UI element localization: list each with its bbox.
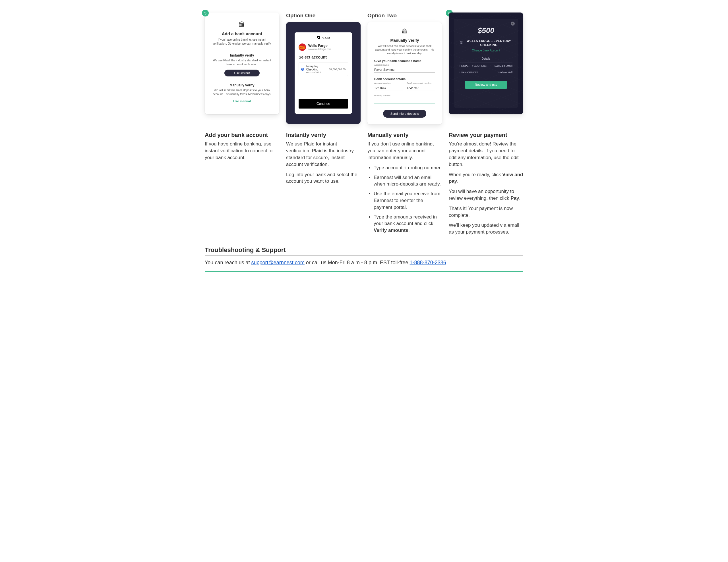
manual-verify-screenshot: 🏛 Manually verify We will send two small…: [367, 22, 442, 125]
manual-card-desc: We will send two small deposits to your …: [374, 44, 435, 55]
confirm-account-label: Confirm account number: [407, 82, 435, 84]
routing-number-label: Routing number: [374, 94, 435, 97]
wells-fargo-icon: WELLSFARGO: [299, 43, 306, 51]
troubleshooting-section: Troubleshooting & Support You can reach …: [205, 246, 523, 272]
review-bank-name: WELLS FARGO - EVERYDAY CHECKING: [465, 39, 512, 47]
select-account-heading: Select account: [299, 55, 348, 59]
desc-title: Add your bank account: [205, 132, 279, 138]
add-bank-title: Add a bank account: [212, 31, 272, 36]
account-option-row[interactable]: Everyday Checking ••••••••0010 $1,000,00…: [299, 62, 348, 76]
manual-card-title: Manually verify: [374, 38, 435, 43]
list-item: Type the amounts received in your bank a…: [374, 214, 442, 234]
desc-title: Instantly verify: [286, 132, 361, 138]
account-name-label: Give your bank account a name: [374, 59, 435, 63]
change-bank-link[interactable]: Change Bank Account: [472, 49, 500, 52]
support-email-link[interactable]: support@earnnest.com: [251, 260, 304, 266]
plaid-bank-name: Wells Fargo: [308, 44, 332, 48]
bank-icon: 🏛: [460, 41, 463, 45]
step-5-description: Add your bank account If you have online…: [205, 125, 279, 164]
use-instant-button[interactable]: Use instant: [224, 70, 259, 76]
option-two-column: Option Two 🏛 Manually verify We will sen…: [367, 13, 442, 125]
desc-body: We use Plaid for instant verification. P…: [286, 141, 361, 168]
desc-body: Log into your bank and select the accoun…: [286, 171, 361, 185]
detail-row-loan-officer: LOAN OFFICER Michael Hall: [460, 69, 512, 76]
support-phone-link[interactable]: 1-888-870-2336: [410, 260, 446, 266]
account-number-label: Account number: [374, 82, 403, 84]
use-manual-link[interactable]: Use manual: [233, 100, 251, 103]
divider: [205, 256, 523, 256]
edit-icon[interactable]: [511, 22, 515, 26]
account-name: Everyday Checking: [306, 65, 327, 71]
detail-row-address: PROPERTY ADDRESS 123 Main Street: [460, 63, 512, 69]
plaid-screenshot: PLAID WELLSFARGO Wells Fargo www.wellsfa…: [286, 22, 361, 124]
bank-details-label: Bank account details: [374, 77, 435, 81]
manual-verify-title: Manually verify: [212, 83, 272, 87]
option-two-description: Manually verify If you don't use online …: [367, 125, 442, 237]
option-one-description: Instantly verify We use Plaid for instan…: [286, 125, 361, 188]
details-heading: Details: [482, 57, 491, 60]
plaid-bank-url: www.wellsfargo.com: [308, 48, 332, 51]
option-two-label: Option Two: [367, 13, 442, 19]
detail-label: PROPERTY ADDRESS: [460, 65, 487, 67]
payment-amount: $500: [478, 26, 494, 35]
review-and-pay-button[interactable]: Review and pay: [465, 81, 507, 89]
desc-title: Manually verify: [367, 132, 442, 138]
step-6-description: Review your payment You're almost done! …: [449, 125, 523, 239]
footer-rule: [205, 271, 523, 272]
add-bank-subtitle: If you have online banking, use instant …: [212, 38, 272, 45]
desc-body: If you have online banking, use instant …: [205, 141, 279, 161]
instant-verify-title: Instantly verify: [212, 53, 272, 57]
bank-icon: 🏛: [374, 28, 435, 36]
desc-title: Review your payment: [449, 132, 523, 138]
bank-icon: 🏛: [212, 21, 272, 28]
detail-label: LOAN OFFICER: [460, 71, 479, 74]
routing-number-input[interactable]: [374, 98, 435, 103]
send-micro-deposits-button[interactable]: Send micro-deposits: [383, 110, 426, 118]
list-item: Earnnest will send an email when micro-d…: [374, 174, 442, 188]
step-6-card: 6 $500 🏛 WELLS FARGO - EVERYDAY CHECKING…: [449, 13, 523, 114]
troubleshooting-heading: Troubleshooting & Support: [205, 246, 523, 254]
plaid-continue-button[interactable]: Continue: [299, 99, 348, 109]
option-one-label: Option One: [286, 13, 361, 19]
account-name-sublabel: Account name: [374, 64, 435, 66]
desc-body: We'll keep you updated via email as your…: [449, 222, 523, 236]
detail-value: 123 Main Street: [494, 65, 512, 67]
desc-body: You're almost done! Review the payment d…: [449, 141, 523, 168]
account-number-input[interactable]: [374, 85, 403, 91]
list-item: Use the email you receive from Earnnest …: [374, 190, 442, 211]
step-5-card: 5 🏛 Add a bank account If you have onlin…: [205, 13, 279, 114]
support-text: You can reach us at support@earnnest.com…: [205, 260, 523, 266]
detail-value: Michael Hall: [499, 71, 512, 74]
account-name-input[interactable]: [374, 67, 435, 73]
option-one-column: Option One PLAID WELLSFARGO Wells Fargo …: [286, 13, 361, 124]
plaid-logo: PLAID: [299, 36, 348, 40]
account-mask: ••••••••0010: [306, 71, 327, 74]
manual-steps-list: Type account + routing number Earnnest w…: [367, 165, 442, 234]
account-balance: $1,000,000.00: [329, 68, 346, 71]
manual-verify-desc: We will send two small deposits to your …: [212, 88, 272, 96]
desc-body: That's it! Your payment is now complete.: [449, 205, 523, 219]
confirm-account-input[interactable]: [407, 85, 435, 91]
step-badge-5: 5: [202, 10, 209, 16]
radio-selected-icon: [301, 68, 304, 71]
desc-body: If you don't use online banking, you can…: [367, 141, 442, 161]
instant-verify-desc: We use Plaid, the industry standard for …: [212, 59, 272, 66]
list-item: Type account + routing number: [374, 165, 442, 171]
desc-body: You will have an opportunity to review e…: [449, 188, 523, 202]
desc-body: When you're ready, click View and pay.: [449, 171, 523, 185]
